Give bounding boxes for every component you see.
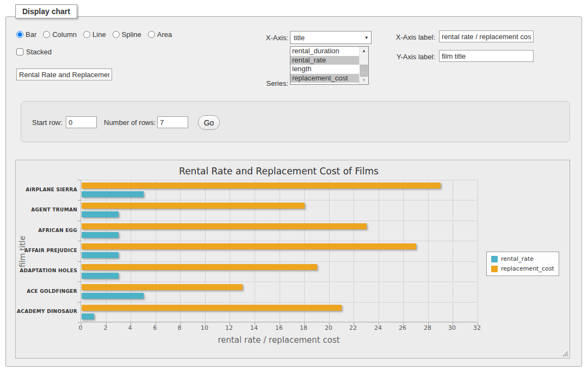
y-axis-label-input[interactable] xyxy=(439,50,534,62)
x-tick-label: 18 xyxy=(295,324,312,331)
plot-area: AIRPLANE SIERRAAGENT TRUMANAFRICAN EGGAF… xyxy=(81,180,477,322)
bar-rental_rate[interactable] xyxy=(82,252,119,258)
gridline xyxy=(329,180,330,322)
chart-type-radio-bar[interactable] xyxy=(16,31,23,38)
series-option-rental_rate[interactable]: rental_rate xyxy=(290,56,359,65)
stacked-label: Stacked xyxy=(26,48,52,56)
chart-type-radio-spline[interactable] xyxy=(113,31,120,38)
x-tick-label: 30 xyxy=(444,324,460,331)
x-tick-label: 26 xyxy=(394,324,411,331)
x-axis-select-label: X-Axis: xyxy=(247,34,288,42)
category-label: AFRICAN EGG xyxy=(0,228,77,233)
bar-replacement_cost[interactable] xyxy=(82,243,416,249)
series-select-label: Series: xyxy=(247,79,288,87)
x-axis-select[interactable]: title ▾ xyxy=(290,31,372,44)
go-button[interactable]: Go xyxy=(198,115,220,130)
y-tick xyxy=(78,322,81,323)
gridline xyxy=(280,180,280,322)
y-axis-title: film title xyxy=(18,219,27,284)
start-row-input[interactable] xyxy=(66,116,97,128)
bar-replacement_cost[interactable] xyxy=(82,264,317,270)
fieldset-legend: Display chart xyxy=(15,4,77,18)
chart-type-label-spline[interactable]: Spline xyxy=(122,30,141,39)
category-label: ACADEMY DINOSAUR xyxy=(0,309,77,314)
x-tick-label: 14 xyxy=(246,324,262,331)
category-label: AGENT TRUMAN xyxy=(0,207,77,212)
gridline xyxy=(81,281,477,282)
gridline xyxy=(81,302,477,303)
x-tick-label: 20 xyxy=(320,324,337,331)
category-label: AIRPLANE SIERRA xyxy=(0,187,77,192)
legend-label: rental_rate xyxy=(501,255,534,262)
scroll-up-icon[interactable]: ▲ xyxy=(360,47,368,55)
series-option-replacement_cost[interactable]: replacement_cost xyxy=(290,74,359,83)
legend-label: replacement_cost xyxy=(501,265,554,272)
series-listbox[interactable]: rental_durationrental_ratelengthreplacem… xyxy=(290,46,369,85)
x-tick-label: 16 xyxy=(271,324,287,331)
y-tick xyxy=(78,281,81,282)
gridline xyxy=(453,180,453,322)
chart-type-label-bar[interactable]: Bar xyxy=(26,30,36,39)
bar-rental_rate[interactable] xyxy=(82,191,144,197)
scrollbar-thumb[interactable] xyxy=(360,65,368,77)
gridline xyxy=(131,180,131,322)
chart-type-radio-area[interactable] xyxy=(148,31,155,38)
legend-item-replacement_cost[interactable]: replacement_cost xyxy=(491,265,554,272)
bar-replacement_cost[interactable] xyxy=(82,305,342,311)
gridline xyxy=(403,180,404,322)
bar-rental_rate[interactable] xyxy=(82,293,144,299)
num-rows-input[interactable] xyxy=(157,116,188,128)
chart-type-radio-line[interactable] xyxy=(83,31,90,38)
bar-rental_rate[interactable] xyxy=(82,273,119,279)
x-axis-label-label: X-Axis label: xyxy=(387,33,435,41)
stacked-checkbox[interactable] xyxy=(16,48,23,55)
x-tick-label: 10 xyxy=(196,324,213,331)
series-listbox-scrollbar[interactable]: ▲ ▼ xyxy=(359,47,368,84)
y-tick xyxy=(78,180,81,180)
start-row-label: Start row: xyxy=(32,118,63,127)
x-tick-label: 24 xyxy=(370,324,386,331)
gridline xyxy=(81,322,477,323)
gridline xyxy=(81,261,477,262)
legend-item-rental_rate[interactable]: rental_rate xyxy=(491,255,554,262)
chart-type-label-line[interactable]: Line xyxy=(92,30,106,39)
series-option-rental_duration[interactable]: rental_duration xyxy=(290,47,359,56)
chevron-down-icon: ▾ xyxy=(365,35,368,40)
bar-rental_rate[interactable] xyxy=(82,211,119,217)
gridline xyxy=(230,180,230,322)
series-option-length[interactable]: length xyxy=(290,65,359,74)
y-tick xyxy=(78,302,81,303)
gridline xyxy=(81,180,477,180)
bar-replacement_cost[interactable] xyxy=(82,203,305,209)
scroll-down-icon[interactable]: ▼ xyxy=(360,76,368,84)
legend-swatch-icon xyxy=(491,256,498,262)
bar-rental_rate[interactable] xyxy=(82,232,119,238)
category-label: AFFAIR PREJUDICE xyxy=(0,248,77,253)
gridline xyxy=(428,180,429,322)
x-axis-title: rental rate / replacement cost xyxy=(81,335,477,345)
gridline xyxy=(304,180,305,322)
y-axis-label-label: Y-Axis label: xyxy=(387,53,435,61)
chart-type-label-area[interactable]: Area xyxy=(157,30,172,39)
chart-type-label-column[interactable]: Column xyxy=(52,30,77,39)
gridline xyxy=(255,180,255,322)
chart-legend: rental_ratereplacement_cost xyxy=(486,252,559,276)
bar-replacement_cost[interactable] xyxy=(82,223,367,229)
chart-type-radio-column[interactable] xyxy=(43,31,50,38)
chart-type-radio-group: BarColumnLineSplineArea xyxy=(16,30,176,39)
gridline xyxy=(81,200,477,200)
gridline xyxy=(81,241,477,241)
bar-rental_rate[interactable] xyxy=(82,313,94,319)
category-label: ADAPTATION HOLES xyxy=(0,268,77,273)
bar-replacement_cost[interactable] xyxy=(82,183,441,189)
x-tick-label: 4 xyxy=(122,324,138,331)
chart-title-input[interactable] xyxy=(16,68,112,80)
category-label: ACE GOLDFINGER xyxy=(0,289,77,294)
chart-panel: Rental Rate and Replacement Cost of Film… xyxy=(15,160,570,359)
x-axis-label-input[interactable] xyxy=(439,30,534,42)
x-tick-label: 8 xyxy=(171,324,188,331)
x-tick-label: 22 xyxy=(345,324,361,331)
bar-replacement_cost[interactable] xyxy=(82,284,243,290)
page: Display chart BarColumnLineSplineArea St… xyxy=(0,0,588,370)
resize-handle-icon[interactable] xyxy=(562,350,568,356)
